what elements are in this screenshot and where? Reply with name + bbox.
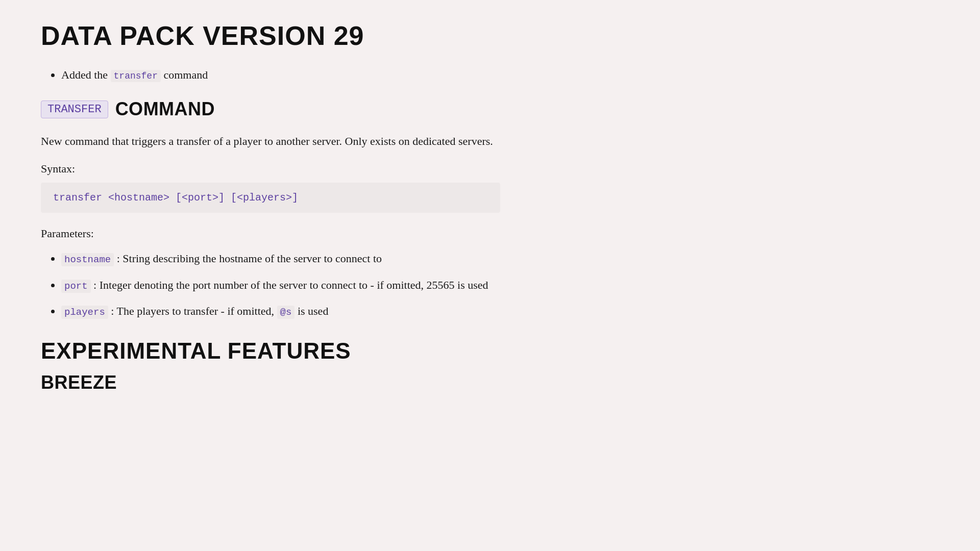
param-port-code: port	[61, 280, 91, 293]
parameters-label: Parameters:	[41, 227, 939, 240]
param-players-desc-after: is used	[295, 305, 328, 317]
param-players-code: players	[61, 306, 108, 319]
parameters-list: hostname : String describing the hostnam…	[61, 249, 939, 320]
page-title: DATA PACK VERSION 29	[41, 20, 939, 51]
param-hostname-code: hostname	[61, 253, 114, 266]
param-port: port : Integer denoting the port number …	[61, 276, 939, 294]
param-players-at-s-code: @s	[277, 306, 295, 319]
syntax-code-block: transfer <hostname> [<port>] [<players>]	[41, 183, 500, 213]
transfer-inline-code: transfer	[111, 70, 161, 82]
intro-bullet-text-after: command	[161, 68, 208, 81]
param-port-desc: : Integer denoting the port number of th…	[91, 279, 488, 291]
transfer-heading-text: COMMAND	[115, 98, 215, 120]
experimental-features-heading: EXPERIMENTAL FEATURES	[41, 338, 939, 364]
transfer-heading-badge: TRANSFER	[41, 101, 108, 118]
param-players-desc-before: : The players to transfer - if omitted,	[108, 305, 277, 317]
transfer-command-heading: TRANSFER COMMAND	[41, 98, 939, 120]
param-hostname-desc: : String describing the hostname of the …	[114, 252, 382, 265]
intro-bullet-text-before: Added the	[61, 68, 111, 81]
transfer-description: New command that triggers a transfer of …	[41, 132, 939, 150]
syntax-label: Syntax:	[41, 162, 939, 176]
param-players: players : The players to transfer - if o…	[61, 302, 939, 320]
breeze-subheading: BREEZE	[41, 372, 939, 393]
intro-bullet-item: Added the transfer command	[61, 66, 939, 83]
intro-bullets-list: Added the transfer command	[61, 66, 939, 83]
param-hostname: hostname : String describing the hostnam…	[61, 249, 939, 267]
